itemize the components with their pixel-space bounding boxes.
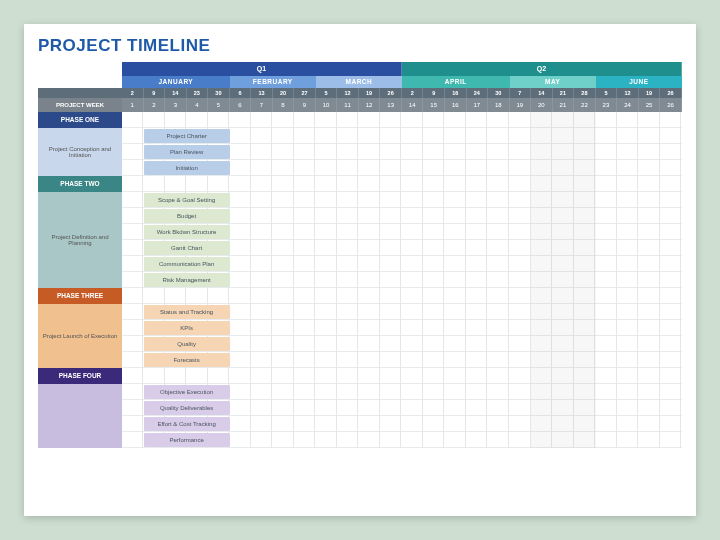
week-cell: 18 <box>488 98 510 112</box>
month-cell: MARCH <box>316 76 402 88</box>
task-bar[interactable]: Quality Deliverables <box>144 401 230 415</box>
week-cell: 17 <box>467 98 489 112</box>
week-cell: 3 <box>165 98 187 112</box>
quarter-q1: Q1 <box>122 62 402 76</box>
week-cell: 16 <box>445 98 467 112</box>
week-cell: 8 <box>273 98 295 112</box>
task-bar[interactable]: Performance <box>144 433 230 447</box>
task-bar[interactable]: Risk Management <box>144 273 230 287</box>
task-row: Gantt Chart <box>122 240 682 256</box>
task-row: Status and Tracking <box>122 304 682 320</box>
week-cell: 13 <box>380 98 402 112</box>
date-cell: 20 <box>273 88 295 98</box>
date-cell: 2 <box>122 88 144 98</box>
week-cell: 9 <box>294 98 316 112</box>
date-cell: 9 <box>423 88 445 98</box>
week-cell: 23 <box>596 98 618 112</box>
phase-body <box>38 384 122 448</box>
month-cell: JUNE <box>596 76 682 88</box>
task-row: Objective Execution <box>122 384 682 400</box>
date-cell: 5 <box>596 88 618 98</box>
quarter-q2: Q2 <box>402 62 682 76</box>
date-cell: 7 <box>510 88 532 98</box>
task-row-spacer <box>122 368 682 384</box>
tasks-column: Project CharterPlan ReviewInitiationScop… <box>122 112 682 448</box>
task-row: Risk Management <box>122 272 682 288</box>
task-bar[interactable]: Objective Execution <box>144 385 230 399</box>
task-bar[interactable]: Scope & Goal Setting <box>144 193 230 207</box>
timeline-grid: Q1 Q2 JANUARYFEBRUARYMARCHAPRILMAYJUNE 2… <box>38 62 682 448</box>
task-bar[interactable]: Budget <box>144 209 230 223</box>
task-bar[interactable]: Forecasts <box>144 353 230 367</box>
task-bar[interactable]: KPIs <box>144 321 230 335</box>
week-cell: 1 <box>122 98 144 112</box>
task-row-spacer <box>122 112 682 128</box>
date-cell: 6 <box>230 88 252 98</box>
week-cell: 20 <box>531 98 553 112</box>
date-cell: 24 <box>467 88 489 98</box>
week-cell: 5 <box>208 98 230 112</box>
phase-body: Project Conception and Initiation <box>38 128 122 176</box>
header-spacer <box>38 76 122 88</box>
page-title: PROJECT TIMELINE <box>38 36 682 56</box>
date-cell: 30 <box>488 88 510 98</box>
task-row: Initiation <box>122 160 682 176</box>
task-bar[interactable]: Quality <box>144 337 230 351</box>
task-row: Scope & Goal Setting <box>122 192 682 208</box>
date-cell: 26 <box>380 88 402 98</box>
date-cell: 27 <box>294 88 316 98</box>
task-row: Project Charter <box>122 128 682 144</box>
date-cell: 30 <box>208 88 230 98</box>
task-row: Plan Review <box>122 144 682 160</box>
date-cell: 2 <box>402 88 424 98</box>
week-cell: 7 <box>251 98 273 112</box>
month-row: JANUARYFEBRUARYMARCHAPRILMAYJUNE <box>38 76 682 88</box>
task-bar[interactable]: Status and Tracking <box>144 305 230 319</box>
date-cell: 19 <box>359 88 381 98</box>
date-cell: 13 <box>251 88 273 98</box>
week-cell: 25 <box>639 98 661 112</box>
quarter-row: Q1 Q2 <box>38 62 682 76</box>
task-row: Quality Deliverables <box>122 400 682 416</box>
date-cell: 26 <box>660 88 682 98</box>
week-cell: 4 <box>187 98 209 112</box>
week-cell: 14 <box>402 98 424 112</box>
task-bar[interactable]: Gantt Chart <box>144 241 230 255</box>
week-label: PROJECT WEEK <box>38 98 122 112</box>
date-cell: 12 <box>617 88 639 98</box>
task-row-spacer <box>122 176 682 192</box>
task-bar[interactable]: Plan Review <box>144 145 230 159</box>
date-cell: 16 <box>445 88 467 98</box>
month-cell: MAY <box>510 76 596 88</box>
task-row: Forecasts <box>122 352 682 368</box>
task-row: KPIs <box>122 320 682 336</box>
week-cell: 10 <box>316 98 338 112</box>
phase-header: PHASE TWO <box>38 176 122 192</box>
date-cell: 23 <box>187 88 209 98</box>
phase-body: Project Definition and Planning <box>38 192 122 288</box>
phase-header: PHASE ONE <box>38 112 122 128</box>
month-cell: FEBRUARY <box>230 76 316 88</box>
week-row: PROJECT WEEK 123456789101112131415161718… <box>38 98 682 112</box>
header-spacer <box>38 88 122 98</box>
spreadsheet-sheet: PROJECT TIMELINE Q1 Q2 JANUARYFEBRUARYMA… <box>24 24 696 516</box>
task-row: Performance <box>122 432 682 448</box>
date-cell: 14 <box>165 88 187 98</box>
week-cell: 11 <box>337 98 359 112</box>
week-cell: 6 <box>230 98 252 112</box>
date-cell: 28 <box>574 88 596 98</box>
week-cell: 26 <box>660 98 682 112</box>
week-cell: 15 <box>423 98 445 112</box>
week-cell: 2 <box>144 98 166 112</box>
task-bar[interactable]: Project Charter <box>144 129 230 143</box>
date-cell: 9 <box>144 88 166 98</box>
date-cell: 12 <box>337 88 359 98</box>
task-bar[interactable]: Initiation <box>144 161 230 175</box>
task-bar[interactable]: Communication Plan <box>144 257 230 271</box>
phase-body: Project Launch of Execution <box>38 304 122 368</box>
date-cell: 19 <box>639 88 661 98</box>
week-cell: 24 <box>617 98 639 112</box>
task-bar[interactable]: Work Bkdwn Structure <box>144 225 230 239</box>
phase-header: PHASE THREE <box>38 288 122 304</box>
task-bar[interactable]: Effort & Cost Tracking <box>144 417 230 431</box>
